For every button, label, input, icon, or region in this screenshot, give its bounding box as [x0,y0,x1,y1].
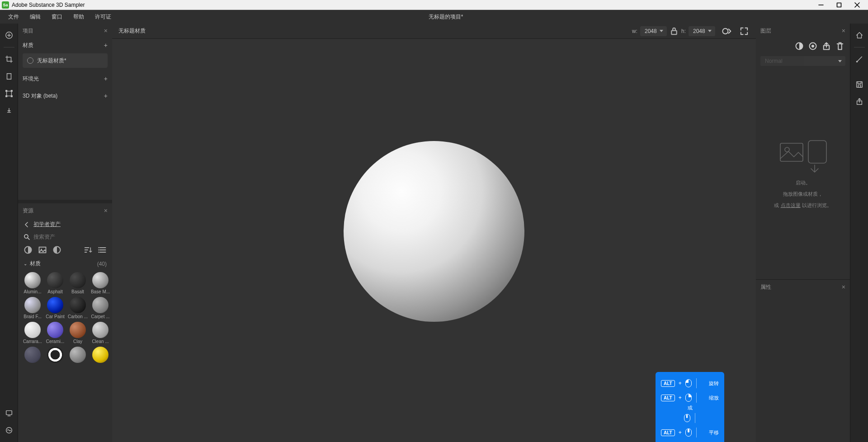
svg-rect-9 [11,90,12,92]
asset-item[interactable] [23,347,42,364]
share-button[interactable] [852,94,867,109]
asset-label: Braid F... [23,314,42,319]
svg-rect-41 [858,85,860,87]
mouse-middle-icon [685,428,692,437]
asset-item[interactable]: Alumin... [23,272,42,294]
asset-search-input[interactable] [33,234,107,240]
svg-rect-10 [5,96,7,97]
display-tool-button[interactable] [2,406,16,420]
asset-item[interactable]: Carpet ... [90,297,110,319]
window-close-button[interactable] [848,0,866,10]
mouse-right-icon [685,394,692,402]
menu-help[interactable]: 帮助 [68,11,90,23]
sort-button[interactable] [83,245,92,254]
fill-layer-button[interactable] [808,42,817,51]
hint-zoom-label: 缩放 [709,395,719,401]
project-panel-close-icon[interactable]: × [104,27,108,34]
layers-panel-close-icon[interactable]: × [842,27,845,34]
asset-item[interactable] [90,347,110,364]
dimension-lock-icon[interactable] [670,27,679,36]
crop-tool-button[interactable] [2,52,16,66]
asset-thumb [47,272,63,288]
asset-label: Cerami... [45,339,65,344]
asset-thumb [70,297,86,313]
export-layer-button[interactable] [822,42,831,51]
objects3d-section-label[interactable]: 3D 对象 (beta) [23,92,57,100]
left-panels: 项目 × 材质 + 无标题材质* 环境光 + 3D 对象 (beta) [18,24,112,442]
materials-section-label[interactable]: 材质 [23,42,33,49]
asset-item[interactable] [68,347,88,364]
menu-file[interactable]: 文件 [3,11,24,23]
asset-item[interactable]: Carrara... [23,322,42,344]
asset-item[interactable]: Car Paint [45,297,65,319]
width-label: w: [632,28,637,34]
dropzone-line2: 拖放图像或材质， [783,191,823,197]
titlebar: Sa Adobe Substance 3D Sampler [0,0,868,10]
width-select[interactable]: 2048 [640,26,667,36]
search-icon [24,234,30,240]
delete-layer-button[interactable] [835,42,844,51]
asset-item[interactable]: Asphalt [45,272,65,294]
dropzone-line3-post: 以进行浏览。 [801,202,832,208]
window-maximize-button[interactable] [830,0,848,10]
asset-label: Asphalt [45,289,65,294]
filter-sphere-button[interactable] [24,245,33,254]
add-3dobject-button[interactable]: + [104,92,108,99]
menu-license[interactable]: 许可证 [90,11,117,23]
asset-item[interactable]: Carbon ... [68,297,88,319]
asset-item[interactable]: Base M... [90,272,110,294]
filter-contrast-button[interactable] [52,245,61,254]
transform-tool-button[interactable] [2,86,16,101]
divider [4,47,14,47]
filter-image-button[interactable] [38,245,47,254]
asset-thumb [70,347,86,363]
mouse-scroll-icon [684,414,690,422]
menubar: 文件 编辑 窗口 帮助 许可证 无标题的项目* [0,10,868,24]
navigation-hint-card: ALT + 旋转 ALT + 缩放 或 [656,372,724,442]
cloud-tool-button[interactable] [2,423,16,437]
asset-grid: Alumin...AsphaltBasaltBase M...Braid F..… [18,270,112,366]
fullscreen-button[interactable] [739,26,750,37]
app-body: 项目 × 材质 + 无标题材质* 环境光 + 3D 对象 (beta) [0,24,868,442]
asset-item[interactable]: Clean ... [90,322,110,344]
view-mode-button[interactable] [722,26,732,37]
save-button[interactable] [852,77,867,92]
layers-dropzone[interactable]: 启动。 拖放图像或材质， 或 点击这里 以进行浏览。 [756,68,850,279]
add-tool-button[interactable] [2,28,16,42]
properties-panel: 属性 × [756,279,850,442]
asset-back-link[interactable]: 初学者资产 [18,218,112,231]
project-material-item[interactable]: 无标题材质* [23,53,108,68]
warp-tool-button[interactable] [2,69,16,84]
viewport-column: 无标题材质 w: 2048 h: 2048 ALT + 旋转 [112,24,756,442]
dropzone-browse-link[interactable]: 点击这里 [781,202,801,208]
clone-tool-button[interactable] [2,103,16,118]
adjustment-layer-button[interactable] [795,42,804,51]
asset-thumb [24,347,41,363]
list-view-button[interactable] [98,245,107,254]
asset-item[interactable]: Braid F... [23,297,42,319]
add-material-button[interactable]: + [104,42,108,49]
asset-item[interactable]: Basalt [68,272,88,294]
menu-window[interactable]: 窗口 [46,11,68,23]
right-toolbar [850,24,868,442]
viewport-3d[interactable]: ALT + 旋转 ALT + 缩放 或 [112,39,756,442]
asset-panel-close-icon[interactable]: × [104,207,108,214]
properties-panel-close-icon[interactable]: × [842,283,845,291]
asset-category-header[interactable]: ⌄材质 (40) [18,257,112,270]
blend-mode-select[interactable]: Normal [760,56,845,66]
asset-toolbar [18,243,112,257]
asset-item[interactable] [45,347,65,364]
asset-item[interactable]: Clay [68,322,88,344]
home-button[interactable] [852,28,867,42]
svg-rect-8 [5,90,7,92]
add-envlight-button[interactable]: + [104,75,108,82]
asset-label: Alumin... [23,289,42,294]
height-select[interactable]: 2048 [689,26,715,36]
menu-edit[interactable]: 编辑 [24,11,46,23]
viewport-tab-label[interactable]: 无标题材质 [118,27,146,35]
brush-button[interactable] [852,52,867,66]
envlight-section-label[interactable]: 环境光 [23,75,39,83]
asset-count: (40) [97,261,107,267]
asset-item[interactable]: Cerami... [45,322,65,344]
window-minimize-button[interactable] [812,0,830,10]
